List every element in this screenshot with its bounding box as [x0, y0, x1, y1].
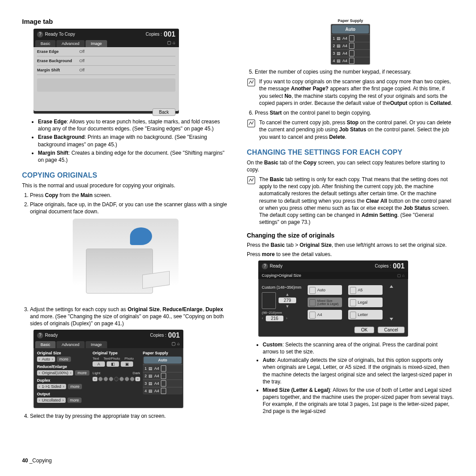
help-icon: ? — [37, 31, 43, 37]
tab-image[interactable]: Image — [86, 341, 107, 348]
note-cancel-job: To cancel the current copy job, press St… — [259, 119, 454, 141]
lcd-ready: Ready To Copy — [45, 32, 75, 37]
tab-basic[interactable]: Basic — [35, 40, 56, 47]
tab-advanced[interactable]: Advanced — [56, 40, 85, 47]
paper-auto[interactable]: Auto — [332, 25, 369, 33]
ok-button[interactable]: OK — [354, 327, 374, 333]
page-footer: 40 _Copying — [22, 457, 52, 464]
heading-changing-size: Changing the size of originals — [247, 232, 454, 239]
type-textphoto[interactable]: ◧ — [107, 361, 119, 367]
note-icon — [247, 119, 256, 128]
type-photo[interactable]: ▣ — [121, 361, 133, 367]
tray-3[interactable]: 3 ▤ A4 — [143, 379, 182, 387]
opt-a4[interactable]: A4 — [308, 310, 342, 320]
step-4: Select the tray by pressing the appropri… — [30, 413, 229, 420]
breadcrumb: Copying>Original Size — [262, 273, 301, 278]
back-button[interactable]: Back — [152, 108, 175, 116]
lcd-image-tab: ?Ready To Copy Copies :001 Basic Advance… — [33, 29, 179, 114]
size-bullets: Custom: Selects the scanning area of the… — [247, 341, 454, 415]
changing-intro: On the Basic tab of the Copy screen, you… — [247, 159, 454, 173]
custom-width[interactable]: 216 — [266, 316, 283, 321]
tab-basic[interactable]: Basic — [35, 341, 56, 348]
tray-1[interactable]: 1 ▤ A4 — [143, 364, 182, 372]
row-erase-edge[interactable]: Erase Edge — [37, 49, 77, 54]
opt-letter[interactable]: Letter — [348, 310, 383, 320]
custom-size-box: Custom (148~356)mm ▲ 279 ▼ (98~216)mm ‹2… — [262, 285, 301, 322]
note-icon — [247, 78, 256, 87]
tray-3[interactable]: 3 ▤ A4 — [331, 49, 370, 57]
opt-auto[interactable]: Auto — [308, 285, 342, 295]
tray-4[interactable]: 4 ▤ A4 — [331, 57, 370, 64]
tray-1[interactable]: 1 ▤ A4 — [331, 34, 370, 42]
image-tab-bullets: Erase Edge: Allows you to erase punch ho… — [22, 118, 229, 164]
paper-auto[interactable]: Auto — [144, 357, 182, 364]
heading-image-tab: Image tab — [22, 18, 229, 25]
more-button[interactable]: more — [68, 384, 82, 389]
opt-mixed[interactable]: Mixed Size (Letter & Legal) — [308, 298, 342, 307]
step-5: Enter the number of copies using the num… — [255, 68, 454, 75]
note-icon — [247, 176, 256, 185]
type-text[interactable]: A — [93, 361, 105, 367]
custom-height[interactable]: 279 — [279, 298, 296, 303]
group-paper-supply: Paper Supply Auto 1 ▤ A4 2 ▤ A4 3 ▤ A4 4… — [143, 351, 182, 403]
home-icon[interactable]: ⌂ — [177, 341, 180, 348]
output-selector[interactable]: ‹Uncollated› — [37, 398, 66, 403]
tray-2[interactable]: 2 ▤ A4 — [143, 372, 182, 379]
cancel-button[interactable]: Cancel — [378, 327, 405, 333]
help-icon: ? — [37, 332, 43, 338]
printer-photo — [73, 219, 178, 302]
step-2: Place originals, face up, in the DADF, o… — [30, 201, 229, 215]
opt-a5[interactable]: A5 — [348, 285, 383, 295]
step-3: Adjust the settings for each copy such a… — [30, 306, 229, 327]
original-size-selector[interactable]: ‹Auto› — [37, 357, 55, 362]
row-margin-shift[interactable]: Margin Shift — [37, 68, 77, 72]
lcd-original-size: ?Ready Copies :001 Copying>Original Size… — [258, 260, 408, 337]
home-icon[interactable]: ⌂ — [173, 40, 175, 47]
size-p1: Press the Basic tab > Original Size, the… — [247, 242, 454, 249]
tab-image[interactable]: Image — [86, 40, 107, 47]
more-button[interactable]: more — [75, 370, 89, 376]
tab-advanced[interactable]: Advanced — [56, 341, 85, 348]
row-erase-bg[interactable]: Erase Background — [37, 59, 77, 63]
heading-copying-originals: COPYING ORIGINALS — [22, 171, 229, 179]
lcd-basic-tab: ?Ready Copies :001 Basic Advanced Image … — [33, 330, 183, 408]
group-original-type: Original Type TextText/PhotoPhoto A ◧ ▣ … — [93, 351, 140, 403]
darkness-slider[interactable]: ‹ › — [93, 377, 140, 381]
more-button[interactable]: more — [57, 357, 71, 362]
heading-changing-settings: CHANGING THE SETTINGS FOR EACH COPY — [247, 149, 454, 156]
size-p2: Press more to see the detail values. — [247, 251, 454, 258]
up-icon[interactable]: ▢ — [167, 40, 171, 47]
note-basic-tab: The Basic tab setting is only for each c… — [259, 176, 454, 226]
paper-supply-panel: Paper Supply Auto 1 ▤ A4 2 ▤ A4 3 ▤ A4 4… — [331, 18, 370, 65]
reduce-enlarge-selector[interactable]: ‹Original(100%)› — [37, 370, 73, 376]
tray-4[interactable]: 4 ▤ A4 — [143, 387, 182, 394]
tray-2[interactable]: 2 ▤ A4 — [331, 42, 370, 49]
more-button[interactable]: more — [67, 398, 82, 403]
group-original-size: Original Size ‹Auto›more Reduce/Enlarge … — [37, 351, 90, 403]
step-6: Press Start on the control panel to begi… — [255, 109, 454, 116]
copying-intro: This is the normal and usual procedure f… — [22, 182, 229, 189]
opt-legal[interactable]: Legal — [348, 298, 383, 307]
step-1: Press Copy from the Main screen. — [30, 192, 229, 199]
scrollbar[interactable] — [389, 285, 394, 320]
up-icon[interactable]: ▢ — [171, 341, 175, 348]
note-another-page: If you want to copy originals on the sca… — [259, 78, 454, 107]
duplex-selector[interactable]: ‹1->1 Sided› — [37, 384, 66, 389]
